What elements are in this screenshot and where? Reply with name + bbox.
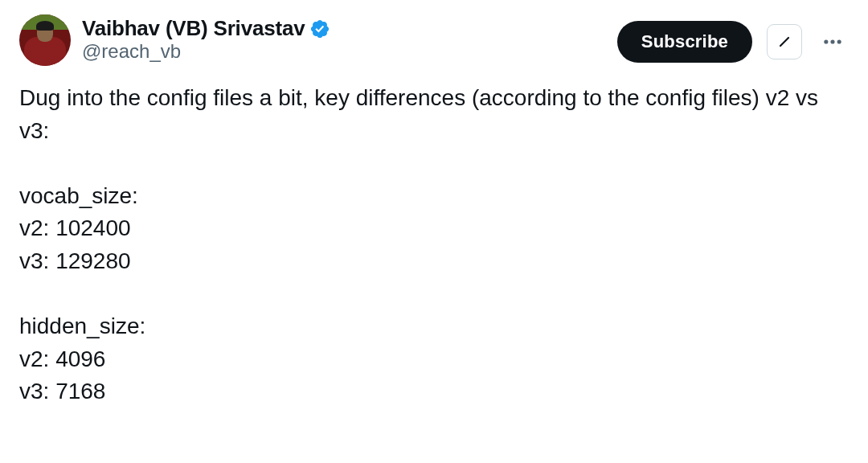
- svg-point-1: [824, 39, 828, 43]
- svg-point-2: [830, 39, 834, 43]
- section-v2: v2: 102400: [19, 215, 131, 240]
- grok-icon[interactable]: [767, 24, 802, 59]
- section-v2: v2: 4096: [19, 346, 105, 371]
- avatar[interactable]: [19, 14, 71, 66]
- header-actions: Subscribe: [617, 14, 849, 63]
- more-options-icon[interactable]: [817, 26, 849, 58]
- section-v3: v3: 129280: [19, 248, 131, 273]
- verified-badge-icon: [309, 18, 330, 39]
- display-name[interactable]: Vaibhav (VB) Srivastav: [82, 16, 305, 41]
- tweet-intro: Dug into the config files a bit, key dif…: [19, 85, 825, 143]
- svg-point-3: [837, 39, 841, 43]
- section-label: hidden_size:: [19, 313, 145, 338]
- tweet-text: Dug into the config files a bit, key dif…: [19, 82, 849, 408]
- section-label: vocab_size:: [19, 183, 138, 208]
- section-v3: v3: 7168: [19, 379, 105, 404]
- user-handle[interactable]: @reach_vb: [82, 40, 606, 63]
- tweet-header: Vaibhav (VB) Srivastav @reach_vb Subscri…: [19, 14, 849, 66]
- subscribe-button[interactable]: Subscribe: [617, 21, 752, 63]
- svg-line-0: [780, 38, 788, 46]
- user-names: Vaibhav (VB) Srivastav @reach_vb: [82, 14, 606, 63]
